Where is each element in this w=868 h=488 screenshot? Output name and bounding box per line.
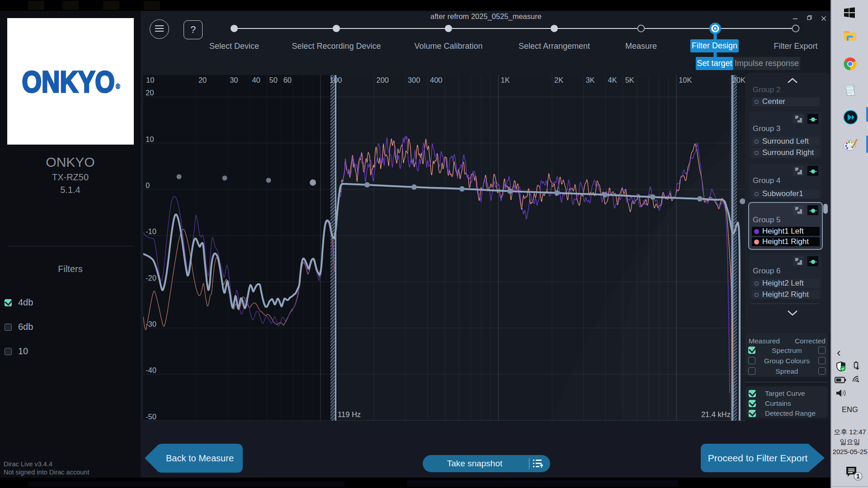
svg-text:4K: 4K bbox=[608, 76, 617, 84]
svg-text:300: 300 bbox=[408, 76, 420, 84]
svg-text:0: 0 bbox=[146, 181, 150, 189]
svg-text:5K: 5K bbox=[625, 76, 634, 84]
svg-text:10K: 10K bbox=[679, 76, 692, 84]
svg-text:Back to Measure: Back to Measure bbox=[166, 453, 234, 463]
svg-text:119 Hz: 119 Hz bbox=[338, 410, 361, 418]
svg-text:-50: -50 bbox=[146, 413, 156, 421]
svg-text:-20: -20 bbox=[146, 274, 156, 282]
svg-text:21.4 kHz: 21.4 kHz bbox=[701, 410, 731, 418]
svg-text:-30: -30 bbox=[146, 320, 156, 328]
svg-text:2K: 2K bbox=[554, 76, 563, 84]
svg-text:50: 50 bbox=[269, 76, 278, 84]
svg-text:20: 20 bbox=[198, 76, 207, 84]
svg-text:60: 60 bbox=[283, 76, 292, 84]
svg-text:10: 10 bbox=[146, 135, 154, 143]
svg-text:400: 400 bbox=[430, 76, 443, 84]
svg-text:Proceed to Filter Export: Proceed to Filter Export bbox=[708, 453, 808, 463]
svg-text:20K: 20K bbox=[732, 76, 745, 84]
svg-text:100: 100 bbox=[330, 76, 342, 84]
svg-text:10: 10 bbox=[146, 76, 154, 84]
svg-text:-10: -10 bbox=[146, 227, 156, 235]
svg-text:3K: 3K bbox=[585, 76, 594, 84]
svg-text:20: 20 bbox=[146, 89, 154, 97]
svg-text:1: 1 bbox=[856, 473, 860, 480]
svg-text:30: 30 bbox=[230, 76, 238, 84]
svg-text:1K: 1K bbox=[501, 76, 510, 84]
svg-text:40: 40 bbox=[252, 76, 260, 84]
svg-text:-40: -40 bbox=[146, 366, 156, 374]
svg-text:200: 200 bbox=[377, 76, 389, 84]
